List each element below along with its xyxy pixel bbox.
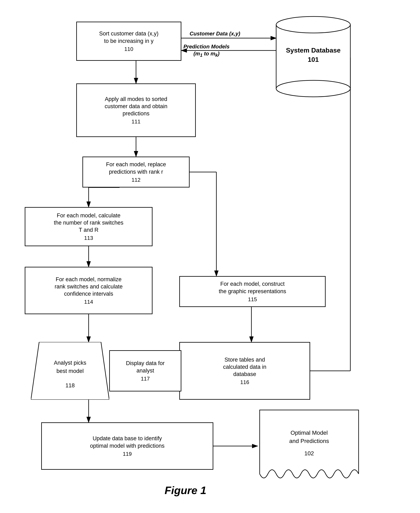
svg-point-26 [276,80,350,97]
box-110: Sort customer data (x,y) to be increasin… [76,22,181,61]
box-118: Analyst picks best model 118 [31,342,109,400]
box-115: For each model, construct the graphic re… [179,276,326,307]
box-112: For each model, replace predictions with… [82,156,190,187]
svg-text:101: 101 [308,56,319,63]
svg-text:best model: best model [56,368,84,374]
figure-label: Figure 1 [113,484,258,497]
customer-data-label: Customer Data (x,y) [190,30,240,37]
svg-point-27 [277,17,350,32]
svg-text:Analyst picks: Analyst picks [54,360,86,366]
svg-text:and Predictions: and Predictions [289,438,329,444]
box-114: For each model, normalize rank switches … [25,267,152,314]
box-113: For each model, calculate the number of … [25,207,152,246]
box-116: Store tables and calculated data in data… [179,342,310,400]
svg-text:Optimal Model: Optimal Model [291,430,328,436]
optimal-model-102: Optimal Model and Predictions 102 [258,408,361,486]
box-119: Update data base to identify optimal mod… [41,422,213,470]
box-111: Apply all modes to sorted customer data … [76,83,196,137]
svg-text:118: 118 [65,382,75,389]
svg-text:102: 102 [304,450,314,457]
box-117: Display data for analyst 117 [109,350,181,391]
system-database-101: System Database 101 [274,12,352,99]
diagram: Sort customer data (x,y) to be increasin… [0,0,420,513]
svg-text:System Database: System Database [286,47,340,54]
prediction-models-label: Prediction Models (m1 to mk) [183,43,230,58]
